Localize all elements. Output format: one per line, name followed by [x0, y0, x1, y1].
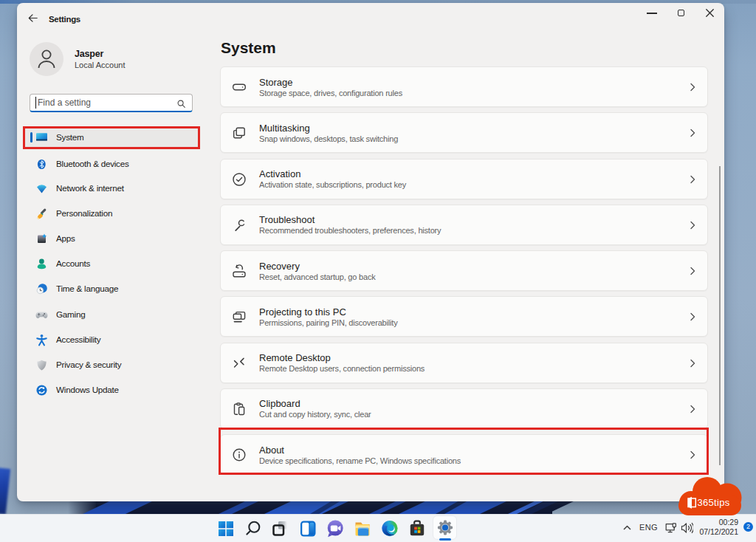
- svg-text:365tips: 365tips: [698, 497, 730, 508]
